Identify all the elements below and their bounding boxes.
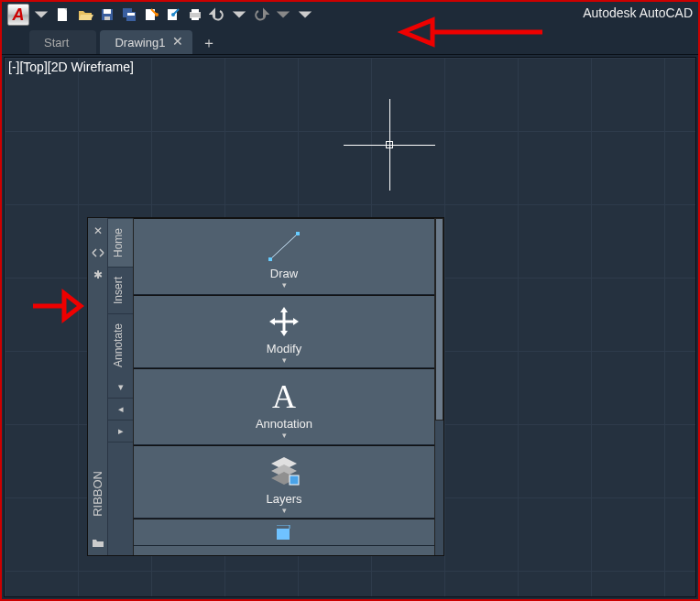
panel-block[interactable]: [134, 519, 434, 546]
ribbon-tab-more-2[interactable]: ◂: [108, 399, 133, 421]
viewport-label[interactable]: [-][Top][2D Wireframe]: [8, 60, 134, 74]
qat-save-web-button[interactable]: [163, 5, 183, 25]
block-icon: [273, 525, 295, 543]
panel-annotation[interactable]: A Annotation ▾: [134, 368, 434, 445]
palette-body: Draw ▾ Modify ▾ A Annotation ▾ Layers: [134, 218, 443, 555]
svg-rect-12: [191, 9, 199, 13]
svg-rect-2: [104, 9, 111, 14]
palette-close-icon[interactable]: ✕: [91, 224, 105, 238]
panel-expand-icon[interactable]: ▾: [282, 431, 287, 440]
qat-open-button[interactable]: [75, 5, 95, 25]
qat-plot-button[interactable]: [185, 5, 205, 25]
panel-title: Layers: [266, 492, 301, 506]
text-icon: A: [272, 378, 296, 415]
panel-title: Modify: [267, 342, 301, 355]
panel-modify[interactable]: Modify ▾: [134, 295, 434, 368]
svg-rect-13: [191, 17, 199, 20]
file-tabbar: Start Drawing1 ✕ ＋: [2, 27, 698, 55]
panel-expand-icon[interactable]: ▾: [282, 506, 287, 515]
ribbon-tab-more-1[interactable]: ▾: [108, 377, 133, 399]
palette-tabs: Home Insert Annotate ▾ ◂ ▸: [108, 218, 134, 555]
svg-rect-0: [58, 8, 67, 21]
app-title: Autodesk AutoCAD: [583, 5, 693, 20]
qat-new-button[interactable]: [53, 5, 73, 25]
svg-line-14: [270, 234, 298, 259]
scrollbar-thumb[interactable]: [435, 218, 443, 421]
ribbon-tab-insert[interactable]: Insert: [108, 267, 133, 313]
panel-layers[interactable]: Layers ▾: [134, 445, 434, 519]
qat-save-button[interactable]: [97, 5, 117, 25]
palette-dock-icon[interactable]: [91, 246, 105, 260]
qat-open-web-button[interactable]: [141, 5, 161, 25]
layers-icon: [266, 453, 302, 490]
panel-expand-icon[interactable]: ▾: [282, 355, 287, 365]
svg-rect-16: [296, 232, 300, 235]
panel-title: Annotation: [256, 417, 312, 431]
svg-point-8: [155, 13, 159, 16]
qat-redo-dropdown[interactable]: [273, 5, 293, 25]
qat-redo-button[interactable]: [251, 5, 271, 25]
svg-rect-19: [290, 475, 299, 485]
svg-rect-3: [104, 16, 110, 20]
tab-label: Drawing1: [115, 36, 165, 49]
close-icon[interactable]: ✕: [170, 34, 185, 49]
palette-title: RIBBON: [91, 467, 104, 520]
ribbon-tab-more-3[interactable]: ▸: [108, 421, 133, 443]
move-icon: [266, 303, 302, 340]
app-logo-text: A: [13, 5, 25, 25]
drawing-viewport[interactable]: [-][Top][2D Wireframe] ✕ ✱ RIBBON Home I…: [4, 57, 696, 597]
app-menu-dropdown[interactable]: [31, 5, 51, 25]
palette-settings-icon[interactable]: ✱: [91, 268, 105, 282]
panel-title: Draw: [270, 267, 298, 280]
qat-undo-button[interactable]: [207, 5, 227, 25]
panel-expand-icon[interactable]: ▾: [282, 280, 287, 290]
palette-scrollbar[interactable]: [434, 218, 443, 555]
svg-point-10: [171, 13, 175, 16]
svg-rect-6: [127, 13, 135, 16]
ribbon-tab-home[interactable]: Home: [108, 218, 133, 267]
qat-customize-dropdown[interactable]: [295, 5, 315, 25]
tab-label: Start: [44, 36, 69, 49]
panel-draw[interactable]: Draw ▾: [134, 218, 434, 295]
tab-start[interactable]: Start: [29, 30, 96, 54]
svg-rect-15: [268, 257, 272, 261]
titlebar: A Autodesk AutoCAD: [2, 2, 698, 27]
ribbon-tab-annotate[interactable]: Annotate: [108, 313, 133, 377]
tab-drawing1[interactable]: Drawing1 ✕: [100, 30, 192, 54]
ribbon-palette: ✕ ✱ RIBBON Home Insert Annotate ▾ ◂ ▸ Dr: [87, 217, 444, 556]
qat-undo-dropdown[interactable]: [229, 5, 249, 25]
qat-saveas-button[interactable]: [119, 5, 139, 25]
app-menu-button[interactable]: A: [7, 4, 29, 26]
line-icon: [261, 228, 307, 265]
folder-icon[interactable]: [91, 535, 105, 550]
svg-rect-11: [190, 12, 201, 18]
add-tab-button[interactable]: ＋: [198, 32, 220, 54]
palette-control-strip: ✕ ✱ RIBBON: [88, 218, 108, 555]
svg-rect-20: [277, 529, 290, 540]
